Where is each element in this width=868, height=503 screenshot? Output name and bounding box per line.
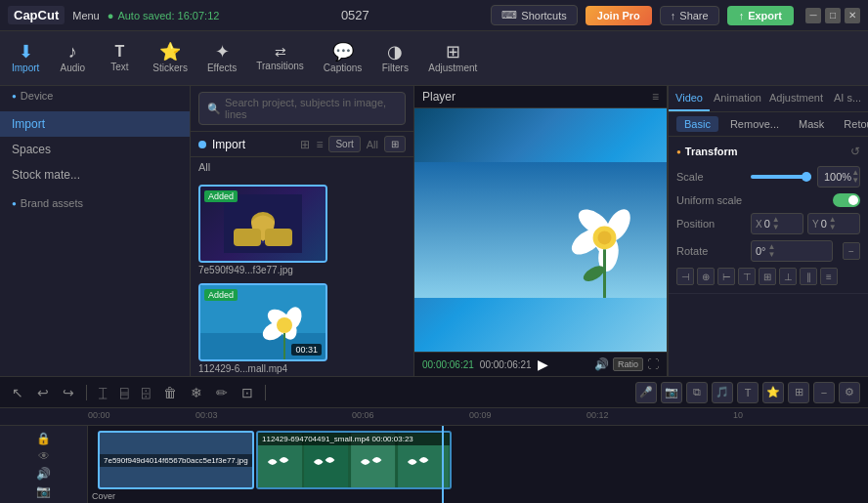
tool-filters[interactable]: ◑ Filters [373, 39, 416, 77]
sub-tab-basic[interactable]: Basic [676, 116, 718, 132]
sound-icon[interactable]: 🔊 [594, 357, 609, 371]
timeline-tracks: 🔒 👁 🔊 📷 7e590f949d4014f6567b0acc5e1f3e77… [0, 426, 868, 503]
position-x-spinner[interactable]: ▲ ▼ [772, 216, 780, 231]
clip-1-label: 7e590f949d4014f6567b0acc5e1f3e77.jpg [100, 454, 252, 467]
video-clip-1[interactable]: 7e590f949d4014f6567b0acc5e1f3e77.jpg [98, 431, 254, 489]
nav-stock[interactable]: Stock mate... [0, 162, 190, 188]
tl-redo-button[interactable]: ↪ [59, 383, 78, 402]
nav-spaces[interactable]: Spaces [0, 137, 190, 162]
position-y-field[interactable]: Y 0 ▲ ▼ [807, 213, 860, 234]
tl-mic-button[interactable]: 🎤 [635, 382, 657, 403]
device-section-header[interactable]: Device [0, 86, 190, 105]
rotate-down[interactable]: ▼ [768, 251, 776, 259]
track-area: 7e590f949d4014f6567b0acc5e1f3e77.jpg [88, 426, 868, 503]
top-right-controls: ⌨ Shortcuts Join Pro ↑ Share ↑ Export ─ … [491, 5, 860, 25]
right-panel-tabs: Video Animation Adjustment AI s... [669, 86, 868, 112]
stickers-icon: ⭐ [159, 43, 181, 61]
tl-cursor-button[interactable]: ↖ [8, 383, 27, 402]
align-bottom-button[interactable]: ⊥ [779, 268, 797, 285]
filter-all-button[interactable]: ⊞ [384, 136, 406, 152]
export-button[interactable]: ↑ Export [727, 6, 794, 25]
position-x-field[interactable]: X 0 ▲ ▼ [751, 213, 803, 234]
tl-text-button[interactable]: T [737, 382, 759, 403]
close-button[interactable]: ✕ [845, 8, 860, 23]
align-extra-button[interactable]: ∥ [800, 268, 817, 285]
align-center-h-button[interactable]: ⊕ [697, 268, 715, 285]
tool-text[interactable]: T Text [98, 40, 141, 76]
sub-tab-retouch[interactable]: Retouch [836, 116, 868, 132]
grid-view-icon[interactable]: ⊞ [300, 138, 310, 151]
tl-undo-button[interactable]: ↩ [33, 383, 53, 402]
scale-down-button[interactable]: ▼ [851, 177, 859, 185]
list-view-icon[interactable]: ≡ [316, 138, 323, 151]
rotate-field[interactable]: 0° ▲ ▼ [751, 240, 833, 262]
pos-y-down[interactable]: ▼ [829, 224, 837, 231]
rotate-spinner[interactable]: ▲ ▼ [768, 243, 776, 259]
ruler-mark-2: 00:06 [352, 410, 374, 420]
tl-delete-button[interactable]: 🗑 [159, 383, 181, 402]
tool-transitions[interactable]: ⇄ Transitions [248, 41, 312, 75]
tl-audio-button[interactable]: 🎵 [712, 382, 733, 403]
ratio-button[interactable]: Ratio [613, 357, 643, 371]
sub-tab-mask[interactable]: Mask [791, 116, 832, 132]
tool-captions[interactable]: 💬 Captions [316, 39, 369, 77]
transform-reset-button[interactable]: ↺ [850, 145, 860, 158]
play-button[interactable]: ▶ [538, 356, 548, 372]
tl-crop-button[interactable]: ⊡ [238, 383, 257, 402]
sort-button[interactable]: Sort [328, 136, 360, 152]
tl-settings-button[interactable]: ⚙ [839, 382, 860, 403]
scale-spinner[interactable]: ▲ ▼ [851, 169, 859, 185]
tool-adjustment[interactable]: ⊞ Adjustment [420, 39, 485, 77]
tl-trim2-button[interactable]: ⌹ [138, 383, 153, 402]
brand-section-header[interactable]: Brand assets [0, 193, 190, 213]
scale-value: 100% ▲ ▼ [817, 166, 860, 188]
nav-import[interactable]: Import [0, 111, 190, 137]
align-left-button[interactable]: ⊣ [676, 268, 694, 285]
shortcuts-button[interactable]: ⌨ Shortcuts [491, 5, 577, 25]
track-eye-icon[interactable]: 👁 [38, 449, 50, 463]
tl-edit-button[interactable]: ✏ [212, 383, 232, 402]
restore-button[interactable]: □ [825, 8, 841, 23]
rotate-reset-button[interactable]: − [843, 242, 860, 260]
align-right-button[interactable]: ⊢ [717, 268, 735, 285]
position-y-label: Y [812, 219, 819, 230]
video-clip-2[interactable]: 112429-694704491_small.mp4 00:00:03:23 [256, 431, 452, 489]
pos-x-down[interactable]: ▼ [772, 224, 780, 231]
menu-button[interactable]: Menu [72, 10, 100, 21]
align-distribute-button[interactable]: ≡ [820, 268, 838, 285]
tab-ai[interactable]: AI s... [827, 86, 868, 111]
search-box[interactable]: 🔍 Search project, subjects in image, lin… [198, 92, 406, 125]
tl-trim-button[interactable]: ⌸ [116, 383, 132, 402]
tl-pip-button[interactable]: ⧉ [686, 382, 708, 403]
tl-freeze-button[interactable]: ❄ [187, 383, 206, 402]
align-top-button[interactable]: ⊤ [738, 268, 756, 285]
tool-import[interactable]: ⬇ Import [4, 39, 47, 77]
media-item-2[interactable]: Added 00:31 112429-6...mall.mp4 [198, 283, 327, 374]
tl-connect-button[interactable]: ⊞ [788, 382, 809, 403]
tool-effects[interactable]: ✦ Effects [199, 39, 244, 77]
tab-adjustment[interactable]: Adjustment [765, 86, 827, 111]
media-header: 🔍 Search project, subjects in image, lin… [191, 86, 413, 132]
track-lock-icon[interactable]: 🔒 [36, 432, 51, 445]
tab-animation[interactable]: Animation [710, 86, 765, 111]
track-cam-icon[interactable]: 📷 [36, 484, 51, 498]
tab-video[interactable]: Video [669, 86, 710, 111]
position-y-spinner[interactable]: ▲ ▼ [829, 216, 837, 231]
tl-cam-button[interactable]: 📷 [661, 382, 682, 403]
tool-stickers[interactable]: ⭐ Stickers [145, 39, 195, 77]
share-button[interactable]: ↑ Share [660, 6, 719, 25]
media-item-1[interactable]: Added 7e590f949...f3e77.jpg [198, 185, 327, 275]
uniform-scale-toggle[interactable] [833, 193, 860, 207]
tool-audio[interactable]: ♪ Audio [51, 39, 94, 77]
scale-slider[interactable] [751, 175, 811, 179]
fullscreen-icon[interactable]: ⛶ [647, 357, 659, 371]
join-pro-button[interactable]: Join Pro [586, 6, 652, 25]
track-audio-icon[interactable]: 🔊 [36, 467, 51, 481]
tl-sticker-button[interactable]: ⭐ [762, 382, 784, 403]
align-center-v-button[interactable]: ⊞ [759, 268, 776, 285]
sub-tab-remove[interactable]: Remove... [722, 116, 787, 132]
tl-minus-button[interactable]: − [813, 382, 835, 403]
minimize-button[interactable]: ─ [805, 8, 821, 23]
tl-split-button[interactable]: ⌶ [95, 383, 110, 402]
player-menu-icon[interactable]: ≡ [652, 90, 659, 104]
